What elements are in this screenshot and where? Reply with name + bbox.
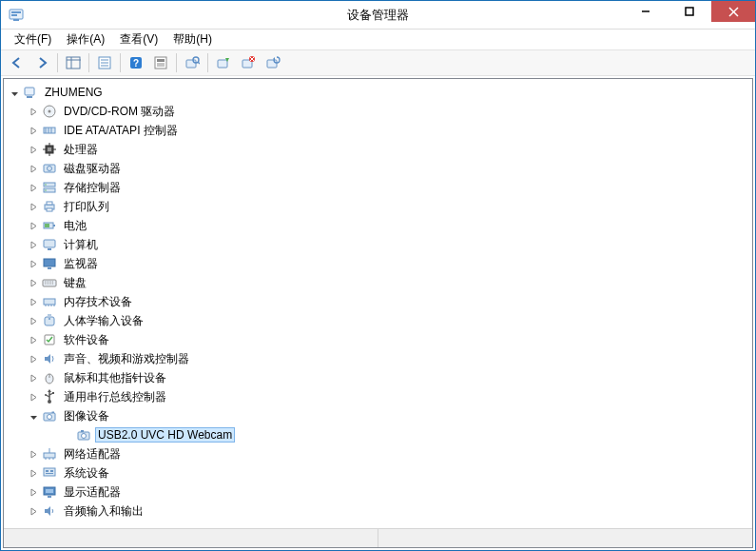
svg-rect-94 <box>48 496 51 498</box>
expand-collapse-icon[interactable] <box>27 143 40 156</box>
ide-icon <box>42 123 57 138</box>
tree-category[interactable]: 系统设备 <box>4 463 752 482</box>
svg-line-23 <box>198 62 200 64</box>
tree-category[interactable]: 打印队列 <box>4 197 752 216</box>
expand-collapse-icon[interactable] <box>27 219 40 232</box>
help-button[interactable]: ? <box>125 51 147 74</box>
expand-collapse-icon[interactable] <box>8 86 21 99</box>
tree-category[interactable]: 键盘 <box>4 273 752 292</box>
expand-collapse-icon[interactable] <box>27 181 40 194</box>
minimize-button[interactable] <box>624 1 668 22</box>
toolbar-separator <box>120 53 121 72</box>
hid-icon <box>42 313 57 328</box>
tree-category[interactable]: 图像设备 <box>4 406 752 425</box>
forward-button[interactable] <box>30 51 53 74</box>
svg-text:?: ? <box>133 58 139 69</box>
cpu-icon <box>42 142 57 157</box>
svg-point-75 <box>45 394 47 396</box>
tree-category-label: 图像设备 <box>61 407 112 425</box>
tree-category-label: 软件设备 <box>61 331 112 349</box>
tree-category[interactable]: 监视器 <box>4 254 752 273</box>
tree-category[interactable]: 网络适配器 <box>4 444 752 463</box>
tree-category[interactable]: 计算机 <box>4 235 752 254</box>
menu-action[interactable]: 操作(A) <box>59 30 112 49</box>
tree-category[interactable]: 处理器 <box>4 140 752 159</box>
expand-collapse-icon[interactable] <box>27 238 40 251</box>
cd-icon <box>42 104 57 119</box>
sound-icon <box>42 351 57 366</box>
svg-rect-31 <box>27 96 32 98</box>
tree-category[interactable]: 显示适配器 <box>4 482 752 502</box>
tree-category-label: 电池 <box>61 217 89 235</box>
tree-category[interactable]: 通用串行总线控制器 <box>4 387 752 406</box>
expand-collapse-icon[interactable] <box>27 124 40 137</box>
device-tree[interactable]: ZHUMENGDVD/CD-ROM 驱动器IDE ATA/ATAPI 控制器处理… <box>4 79 752 528</box>
expand-collapse-icon[interactable] <box>27 200 40 213</box>
expand-collapse-icon[interactable] <box>27 409 40 423</box>
svg-point-81 <box>82 434 87 439</box>
expand-collapse-icon[interactable] <box>27 485 40 499</box>
svg-rect-58 <box>44 259 55 266</box>
expand-collapse-icon[interactable] <box>27 295 40 308</box>
show-hide-tree-button[interactable] <box>62 51 85 74</box>
tree-category-label: 处理器 <box>61 141 101 159</box>
expand-collapse-icon[interactable] <box>27 352 40 365</box>
app-icon <box>9 8 24 23</box>
expand-collapse-icon[interactable] <box>27 105 40 118</box>
battery-icon <box>42 218 57 233</box>
tree-root[interactable]: ZHUMENG <box>4 83 752 102</box>
tree-category[interactable]: 人体学输入设备 <box>4 311 752 330</box>
svg-rect-93 <box>46 489 53 493</box>
tree-category[interactable]: 音频输入和输出 <box>4 502 752 521</box>
tree-category[interactable]: 存储控制器 <box>4 178 752 197</box>
svg-rect-57 <box>48 248 51 250</box>
expand-collapse-icon[interactable] <box>27 333 40 346</box>
svg-rect-30 <box>25 88 34 95</box>
tree-category-label: 监视器 <box>61 255 101 273</box>
expand-collapse-icon[interactable] <box>27 371 40 384</box>
display-icon <box>42 484 57 500</box>
tree-category[interactable]: 电池 <box>4 216 752 235</box>
menu-view[interactable]: 查看(V) <box>112 30 165 49</box>
mouse-icon <box>42 370 57 385</box>
content-frame: ZHUMENGDVD/CD-ROM 驱动器IDE ATA/ATAPI 控制器处理… <box>3 78 753 548</box>
svg-rect-51 <box>47 202 52 205</box>
scan-hardware-button[interactable] <box>181 51 204 74</box>
tree-category[interactable]: 鼠标和其他指针设备 <box>4 368 752 387</box>
uninstall-device-button[interactable] <box>262 51 284 74</box>
expand-collapse-icon[interactable] <box>27 162 40 175</box>
imaging-icon <box>42 408 57 423</box>
expand-collapse-icon[interactable] <box>27 276 40 289</box>
svg-rect-79 <box>52 412 55 414</box>
properties-button[interactable] <box>93 51 116 74</box>
expand-collapse-icon[interactable] <box>27 390 40 403</box>
expand-collapse-icon[interactable] <box>27 466 40 480</box>
svg-rect-82 <box>81 430 84 432</box>
expand-collapse-icon[interactable] <box>27 504 40 518</box>
back-button[interactable] <box>6 51 29 74</box>
menu-file[interactable]: 文件(F) <box>7 30 59 49</box>
tree-category[interactable]: IDE ATA/ATAPI 控制器 <box>4 121 752 140</box>
usb-icon <box>42 389 57 404</box>
tree-category-label: 计算机 <box>61 236 101 254</box>
tree-category-label: 音频输入和输出 <box>61 502 146 521</box>
expand-collapse-icon[interactable] <box>27 257 40 270</box>
close-button[interactable] <box>711 1 755 22</box>
tree-category[interactable]: 内存技术设备 <box>4 292 752 311</box>
maximize-button[interactable] <box>668 1 711 22</box>
tree-category[interactable]: DVD/CD-ROM 驱动器 <box>4 102 752 121</box>
expand-collapse-icon[interactable] <box>27 447 40 461</box>
monitor-icon <box>42 256 57 271</box>
tree-category[interactable]: 声音、视频和游戏控制器 <box>4 349 752 368</box>
memory-icon <box>42 294 57 309</box>
tree-device[interactable]: USB2.0 UVC HD Webcam <box>4 425 752 444</box>
disable-device-button[interactable] <box>237 51 260 74</box>
menu-help[interactable]: 帮助(H) <box>165 30 220 49</box>
properties2-button[interactable] <box>149 51 172 74</box>
expand-collapse-icon[interactable] <box>27 314 40 327</box>
tree-category-label: 显示适配器 <box>61 483 124 502</box>
tree-category[interactable]: 软件设备 <box>4 330 752 349</box>
enable-device-button[interactable] <box>212 51 235 74</box>
tree-category[interactable]: 磁盘驱动器 <box>4 159 752 178</box>
printer-icon <box>42 199 57 214</box>
